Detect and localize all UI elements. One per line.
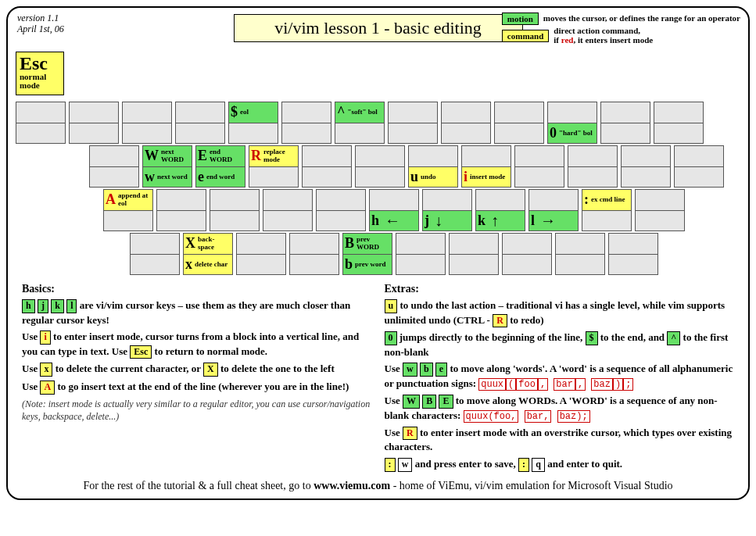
page-title: vi/vim lesson 1 - basic editing: [234, 14, 523, 42]
key-blank: [674, 145, 724, 188]
basics-title: Basics:: [22, 283, 372, 295]
key-dollar: $eol: [228, 102, 278, 144]
key-r: Rreplace mode: [249, 145, 299, 188]
extras-p5: Use R to enter insert mode with an overs…: [385, 426, 735, 454]
legend: motion moves the cursor, or defines the …: [502, 13, 740, 46]
key-blank: [502, 233, 552, 275]
key-u: uundo: [408, 145, 458, 188]
key-blank: [156, 189, 206, 231]
footer: For the rest of the tutorial & a full ch…: [16, 480, 740, 492]
basics-p1: h j k l are vi/vim cursor keys – use the…: [22, 298, 372, 327]
extras-column: Extras: u to undo the last action – trad…: [378, 283, 741, 475]
key-blank: [130, 233, 180, 275]
arrow-up-icon: ↑: [491, 213, 499, 229]
code-WORDS: quux(foo, bar, baz);: [464, 410, 590, 423]
key-blank: [16, 102, 66, 144]
key-blank: [608, 233, 658, 275]
key-blank: [355, 145, 405, 188]
key-a: Aappend at eol: [103, 189, 153, 231]
extras-p2: 0 jumps directly to the beginning of the…: [385, 331, 735, 359]
key-blank: [441, 102, 491, 144]
extras-p1: u to undo the last action – traditional …: [385, 298, 735, 327]
key-blank: [621, 145, 671, 188]
key-b: Bprev WORD bprev word: [342, 233, 392, 275]
legend-motion-text: moves the cursor, or defines the range f…: [543, 14, 740, 23]
key-k: k↑: [475, 189, 525, 231]
key-blank: [69, 102, 119, 144]
key-esc: Esc normal mode: [16, 52, 64, 95]
code-words: quux(foo, bar, baz);: [478, 378, 633, 391]
row-asdf: Aappend at eol h← j↓ k↑ l→: [16, 189, 740, 231]
key-blank: [302, 145, 352, 188]
key-blank: [555, 233, 605, 275]
basics-p3: Use x to delete the current character, o…: [22, 362, 372, 377]
legend-motion-box: motion: [502, 13, 539, 25]
extras-p3: Use w b e to move along 'words'. A 'word…: [385, 362, 735, 391]
key-blank: [175, 102, 225, 144]
key-w: Wnext WORD wnext word: [142, 145, 192, 188]
key-colon: :ex cmd line: [582, 189, 632, 231]
key-blank: [654, 102, 704, 144]
key-blank: [600, 102, 650, 144]
basics-p4: Use A to go insert text at the end of th…: [22, 380, 372, 395]
key-blank: [89, 145, 139, 188]
extras-title: Extras:: [385, 283, 735, 295]
key-i: iinsert mode: [461, 145, 511, 188]
keyboard: $eol ^"soft" bol 0"hard" bol Wnext: [16, 102, 740, 275]
key-blank: [289, 233, 339, 275]
key-zero: 0"hard" bol: [547, 102, 597, 144]
key-blank: [514, 145, 564, 188]
basics-note: (Note: insert mode is actually very simi…: [22, 398, 372, 423]
key-l: l→: [528, 189, 579, 231]
key-blank: [494, 102, 544, 144]
legend-command-box: command: [502, 30, 549, 42]
key-blank: [568, 145, 618, 188]
arrow-right-icon: →: [540, 213, 556, 229]
key-blank: [449, 233, 499, 275]
arrow-down-icon: ↓: [435, 213, 442, 229]
key-blank: [316, 189, 366, 231]
key-blank: [635, 189, 685, 231]
key-x: Xback- space xdelete char: [183, 233, 233, 275]
arrow-left-icon: ←: [385, 213, 400, 229]
date-line: April 1st, 06: [17, 23, 64, 34]
basics-p2: Use i to enter insert mode, cursor turns…: [22, 330, 372, 359]
key-caret: ^"soft" bol: [335, 102, 385, 144]
key-blank: [210, 189, 260, 231]
key-blank: [396, 233, 446, 275]
extras-p6: : w and press enter to save, : q and ent…: [385, 457, 735, 472]
explanation-columns: Basics: h j k l are vi/vim cursor keys –…: [16, 283, 740, 475]
key-blank: [281, 102, 331, 144]
key-blank: [263, 189, 313, 231]
basics-column: Basics: h j k l are vi/vim cursor keys –…: [16, 283, 378, 475]
key-blank: [236, 233, 286, 275]
legend-command-text: direct action command, if red, it enters…: [554, 27, 653, 45]
key-e: Eend WORD eend word: [195, 145, 245, 188]
extras-p4: Use W B E to move along WORDs. A 'WORD' …: [385, 394, 735, 423]
row-zxcv: Xback- space xdelete char Bprev WORD bpr…: [16, 233, 740, 275]
key-j: j↓: [422, 189, 472, 231]
key-blank: [388, 102, 438, 144]
row-qwerty: Wnext WORD wnext word Eend WORD eend wor…: [16, 145, 740, 188]
cheat-sheet: version 1.1 April 1st, 06 vi/vim lesson …: [6, 6, 750, 500]
row-numbers: $eol ^"soft" bol 0"hard" bol: [16, 102, 740, 144]
version-block: version 1.1 April 1st, 06: [17, 13, 64, 35]
version-line: version 1.1: [17, 13, 64, 23]
key-blank: [122, 102, 172, 144]
key-h: h←: [369, 189, 419, 231]
